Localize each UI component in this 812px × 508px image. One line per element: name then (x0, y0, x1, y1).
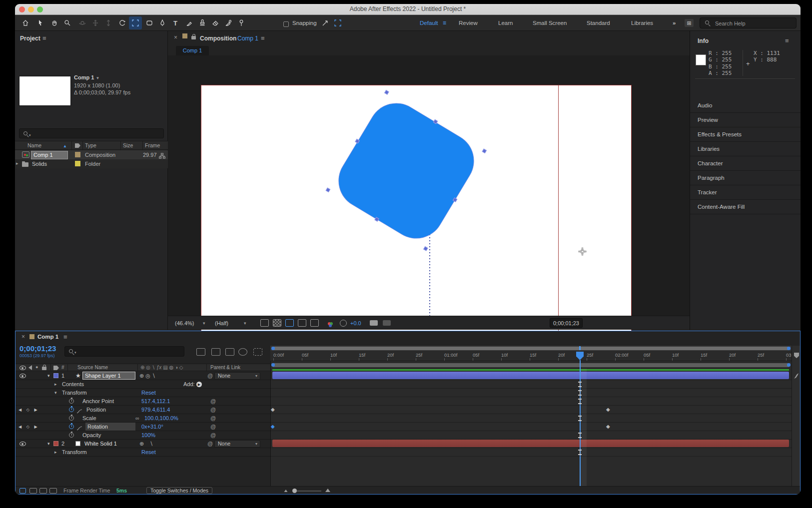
opacity-value[interactable]: 100% (141, 431, 155, 440)
property-pickwhip-icon[interactable]: @ (210, 414, 216, 422)
project-panel-menu-icon[interactable]: ≡ (42, 34, 46, 42)
add-shape-button[interactable]: ▶ (196, 382, 202, 387)
selection-handle[interactable] (384, 90, 389, 95)
transparency-grid-icon[interactable] (273, 319, 281, 327)
region-of-interest-icon[interactable] (298, 319, 306, 327)
panel-tab-tracker[interactable]: Tracker (690, 185, 801, 200)
contents-label[interactable]: Contents (62, 380, 84, 389)
expander-icon[interactable]: ▸ (54, 382, 57, 387)
layer-switches[interactable]: ⊕ ∖ (139, 440, 153, 448)
rotation-tool[interactable] (116, 16, 129, 29)
shape-tool-rounded-rect[interactable] (143, 16, 156, 29)
workspace-tab-small-screen[interactable]: Small Screen (533, 15, 567, 31)
label-column-tag-icon[interactable] (75, 143, 80, 148)
lock-column-icon[interactable] (42, 367, 46, 370)
pen-tool[interactable] (156, 16, 169, 29)
timeline-search-field[interactable]: ▾ (64, 346, 184, 357)
parent-dropdown[interactable]: None▾ (214, 372, 260, 380)
property-pickwhip-icon[interactable]: @ (210, 397, 216, 405)
project-list-header[interactable]: Name ▲ Type Size Frame Ra.. (15, 141, 168, 150)
opacity-label[interactable]: Opacity (82, 431, 101, 440)
workspace-tab-libraries[interactable]: Libraries (631, 15, 653, 31)
selection-handle[interactable] (482, 149, 487, 154)
timeline-tab[interactable]: Comp 1 (37, 334, 58, 340)
scale-label[interactable]: Scale (82, 414, 96, 423)
parent-pickwhip-icon[interactable]: @ (207, 440, 213, 448)
toggle-switches-modes-button[interactable]: Toggle Switches / Modes (146, 487, 212, 494)
timeline-menu-icon[interactable]: ≡ (63, 333, 67, 341)
audio-column-speaker-icon[interactable] (28, 365, 32, 370)
layer-row-shape-layer[interactable]: ▾ 1 ★ Shape Layer 1 ⊕ ◎ ∖ @ None▾ (15, 372, 792, 380)
workspace-tab-learn[interactable]: Learn (498, 15, 513, 31)
channel-rgb-icon[interactable] (327, 321, 334, 330)
scale-value[interactable]: 100.0,100.0% (144, 414, 178, 423)
layer-name-selected[interactable]: Shape Layer 1 (82, 372, 135, 380)
mask-visibility-icon[interactable] (285, 319, 294, 327)
add-label[interactable]: Add: (183, 380, 195, 389)
layer-switches[interactable]: ⊕ ◎ ∖ (139, 372, 155, 380)
dolly-camera-tool[interactable] (102, 16, 115, 29)
workspace-menu-icon[interactable]: ≡ (443, 15, 446, 31)
constrain-proportions-link-icon[interactable]: ∞ (135, 414, 139, 422)
position-value[interactable]: 979.4,611.4 (141, 406, 170, 414)
stopwatch-icon[interactable] (69, 399, 74, 404)
stopwatch-icon-active[interactable] (69, 424, 74, 429)
workspace-tab-standard[interactable]: Standard (587, 15, 610, 31)
composition-panel-menu-icon[interactable]: ≡ (261, 34, 265, 42)
zoom-out-mountain-icon[interactable] (284, 490, 288, 492)
anchor-point-value[interactable]: 517.4,112.1 (141, 397, 170, 406)
draft-3d-icon[interactable] (211, 348, 220, 356)
parent-link-column-label[interactable]: Parent & Link (210, 364, 240, 371)
snapshot-camera-icon[interactable] (370, 320, 378, 326)
frame-blending-icon[interactable] (225, 348, 234, 356)
roto-brush-tool[interactable] (222, 16, 235, 29)
column-type[interactable]: Type (85, 141, 96, 150)
navigator-end-handle[interactable] (787, 347, 791, 350)
layer-color-swatch[interactable] (53, 441, 58, 446)
grid-guides-icon[interactable] (310, 319, 319, 327)
column-size[interactable]: Size (123, 141, 133, 150)
switches-column-icons[interactable]: ⊕ ◎ ∖ ƒx ▤ ◍ ◑ ◇ (140, 364, 183, 371)
expander-icon[interactable]: ▾ (54, 390, 57, 395)
label-color-swatch[interactable] (75, 161, 80, 166)
composition-name-link[interactable]: Comp 1 (237, 35, 258, 42)
workspace-overflow-chevron[interactable]: » (673, 15, 676, 31)
property-pickwhip-icon[interactable]: @ (210, 431, 216, 439)
in-out-duration-pane-icon[interactable] (39, 488, 47, 494)
rotation-label-highlighted[interactable]: Rotation (85, 423, 135, 431)
property-row-contents[interactable]: ▸ Contents Add: ▶ (15, 380, 792, 389)
parent-pickwhip-icon[interactable]: @ (207, 372, 213, 380)
layer-visibility-eye-icon[interactable] (19, 374, 26, 378)
property-pickwhip-icon[interactable]: @ (210, 406, 216, 414)
search-help-field[interactable]: Search Help (700, 17, 797, 28)
clone-stamp-tool[interactable] (196, 16, 209, 29)
label-column-tag-icon[interactable] (53, 366, 59, 370)
time-navigator-bar[interactable] (272, 347, 790, 350)
panel-tab-preview[interactable]: Preview (690, 113, 801, 127)
project-row-solids[interactable]: ▸ Solids Folder (15, 159, 168, 168)
layer-name[interactable]: White Solid 1 (84, 440, 117, 448)
snap-angle-icon[interactable] (319, 16, 332, 29)
stopwatch-icon[interactable] (69, 433, 74, 438)
transform-label[interactable]: Transform (62, 389, 87, 397)
time-navigator[interactable] (270, 346, 792, 351)
project-row-name[interactable]: Comp 1 (31, 151, 68, 159)
rotation-value[interactable]: 0x+31.0° (141, 423, 163, 431)
sort-ascending-icon[interactable]: ▲ (63, 144, 67, 148)
column-name[interactable]: Name (27, 141, 41, 150)
comp-button-quill-icon[interactable] (794, 373, 799, 379)
fast-previews-icon[interactable] (260, 319, 269, 327)
panel-tab-paragraph[interactable]: Paragraph (690, 171, 801, 185)
selection-tool[interactable] (34, 16, 47, 29)
workspace-settings-icon[interactable]: ⊞ (685, 19, 694, 27)
snapping-checkbox[interactable] (283, 21, 289, 27)
magnification-dropdown[interactable]: (46.4%) (175, 316, 194, 330)
property-row-anchor-point[interactable]: Anchor Point 517.4,112.1 @ (15, 397, 792, 406)
panel-tab-audio[interactable]: Audio (690, 98, 801, 113)
panel-tab-libraries[interactable]: Libraries (690, 142, 801, 156)
transfer-controls-pane-icon[interactable] (29, 488, 37, 494)
solo-column-icon[interactable]: ● (35, 365, 38, 370)
layer-color-swatch[interactable] (53, 373, 58, 378)
exposure-icon[interactable] (340, 320, 347, 327)
project-comp-name[interactable]: Comp 1 ▼ (74, 74, 99, 80)
